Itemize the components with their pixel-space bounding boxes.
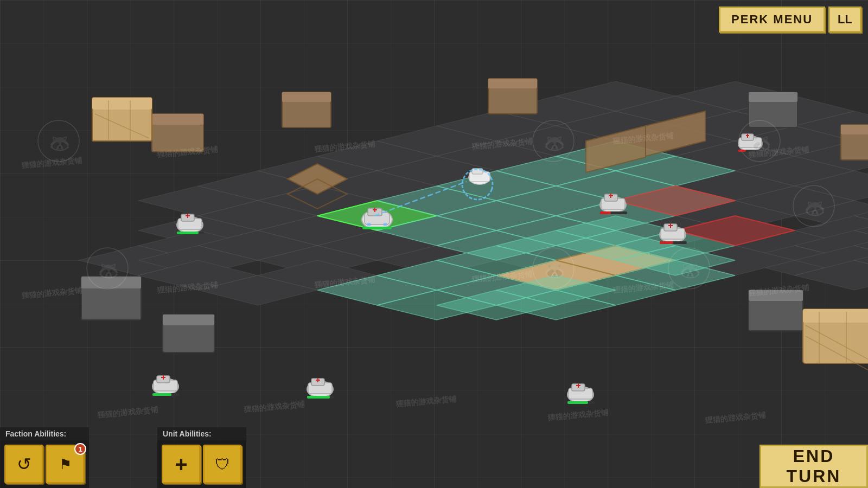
faction-ability-flag-button[interactable]: ⚑ 1	[46, 445, 85, 484]
unit-abilities-label: Unit Abilities:	[157, 427, 246, 440]
svg-marker-65	[795, 230, 868, 260]
svg-marker-7	[317, 141, 437, 171]
svg-text:狸猫的游戏杂货铺: 狸猫的游戏杂货铺	[748, 145, 810, 159]
svg-text:狸猫的游戏杂货铺: 狸猫的游戏杂货铺	[547, 408, 609, 422]
svg-marker-29	[258, 186, 377, 216]
svg-marker-84	[556, 141, 675, 171]
svg-rect-179	[604, 194, 617, 201]
svg-marker-95	[556, 216, 675, 246]
bottom-ui: Faction Abilities: ↺ ⚑ 1 Unit Abilities:…	[0, 434, 868, 488]
svg-marker-96	[496, 260, 616, 290]
svg-text:狸猫的游戏杂货铺: 狸猫的游戏杂货铺	[612, 131, 674, 145]
level-indicator[interactable]: LL	[828, 7, 861, 33]
svg-marker-26	[675, 141, 795, 171]
svg-marker-91	[556, 201, 675, 230]
svg-text:🦝: 🦝	[750, 133, 771, 153]
svg-marker-111	[616, 186, 735, 216]
svg-marker-56	[795, 216, 868, 246]
svg-rect-185	[661, 228, 685, 239]
svg-marker-63	[616, 246, 735, 275]
svg-rect-157	[154, 380, 177, 391]
svg-rect-196	[738, 150, 763, 152]
svg-marker-68	[258, 260, 377, 290]
svg-point-224	[87, 248, 128, 289]
end-turn-button[interactable]: END TURN	[760, 445, 868, 488]
svg-rect-193	[742, 134, 754, 140]
svg-point-149	[177, 217, 203, 233]
svg-marker-67	[138, 260, 258, 290]
svg-text:狸猫的游戏杂货铺: 狸猫的游戏杂货铺	[97, 405, 159, 419]
svg-marker-86	[496, 186, 616, 216]
svg-point-184	[660, 227, 686, 243]
svg-marker-83	[496, 156, 616, 186]
svg-text:狸猫的游戏杂货铺: 狸猫的游戏杂货铺	[612, 280, 674, 294]
svg-line-132	[806, 336, 868, 371]
svg-marker-23	[437, 171, 556, 201]
svg-marker-60	[258, 246, 377, 275]
svg-marker-28	[795, 111, 868, 141]
svg-rect-119	[749, 92, 797, 127]
svg-marker-50	[138, 230, 258, 260]
svg-rect-142	[368, 208, 382, 216]
svg-rect-146	[362, 227, 392, 229]
svg-marker-54	[556, 230, 675, 260]
svg-marker-100	[616, 230, 735, 260]
svg-text:🦝: 🦝	[804, 198, 826, 219]
svg-rect-173	[576, 385, 580, 386]
svg-marker-101	[377, 260, 496, 290]
flag-ability-badge: 1	[74, 443, 86, 455]
svg-point-232	[793, 185, 834, 227]
svg-rect-183	[600, 211, 611, 214]
svg-marker-46	[496, 216, 616, 246]
svg-marker-22	[317, 171, 437, 201]
svg-marker-39	[556, 201, 675, 230]
svg-rect-120	[749, 92, 797, 102]
faction-ability-spin-button[interactable]: ↺	[4, 445, 43, 484]
svg-marker-44	[258, 216, 377, 246]
svg-marker-97	[556, 246, 675, 275]
svg-rect-166	[316, 380, 320, 381]
svg-marker-62	[496, 246, 616, 275]
svg-point-147	[367, 223, 371, 226]
svg-rect-180	[609, 195, 613, 196]
svg-rect-129	[803, 309, 868, 363]
svg-marker-40	[675, 201, 795, 230]
svg-marker-78	[795, 260, 868, 290]
svg-rect-126	[163, 314, 214, 325]
svg-rect-118	[488, 79, 537, 88]
svg-marker-71	[616, 260, 735, 290]
svg-point-140	[362, 210, 392, 229]
svg-text:狸猫的游戏杂货铺: 狸猫的游戏杂货铺	[471, 137, 533, 151]
svg-rect-199	[469, 172, 490, 182]
svg-point-228	[668, 248, 710, 289]
svg-marker-69	[377, 260, 496, 290]
svg-rect-154	[177, 232, 204, 234]
svg-rect-151	[181, 214, 194, 221]
perk-menu-button[interactable]: PERK MENU	[719, 7, 825, 33]
unit-ability-heal-button[interactable]: +	[162, 445, 201, 484]
svg-rect-169	[307, 396, 330, 399]
svg-marker-12	[496, 126, 616, 156]
svg-point-220	[38, 120, 79, 162]
svg-marker-92	[616, 186, 735, 216]
svg-marker-107	[556, 275, 675, 305]
svg-rect-114	[152, 114, 203, 125]
svg-rect-176	[567, 401, 588, 404]
svg-rect-186	[664, 224, 677, 231]
svg-rect-181	[610, 194, 611, 198]
svg-marker-30	[377, 186, 496, 216]
svg-rect-141	[365, 213, 390, 224]
svg-marker-25	[616, 156, 735, 186]
unit-ability-shield-button[interactable]: 🛡	[203, 445, 242, 484]
svg-rect-136	[92, 98, 152, 110]
svg-point-177	[600, 197, 626, 213]
svg-marker-10	[138, 186, 258, 216]
svg-marker-6	[556, 81, 675, 111]
svg-marker-106	[496, 275, 616, 305]
svg-text:狸猫的游戏杂货铺: 狸猫的游戏杂货铺	[395, 394, 457, 408]
svg-rect-178	[601, 198, 625, 209]
svg-rect-195	[747, 134, 748, 138]
svg-point-198	[469, 170, 490, 184]
svg-point-230	[739, 120, 780, 162]
svg-marker-73	[795, 246, 868, 275]
